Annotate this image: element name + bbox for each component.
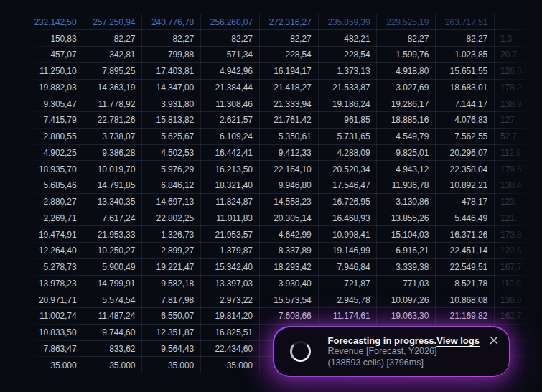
table-cell[interactable]: 3.027,69 xyxy=(377,80,436,96)
table-cell[interactable]: 19.146,99 xyxy=(319,243,378,259)
table-cell[interactable]: 228,54 xyxy=(319,47,378,63)
table-cell[interactable]: 130.4 xyxy=(495,177,542,194)
table-cell[interactable]: 17.546,47 xyxy=(319,177,378,194)
table-cell[interactable]: 22.781,26 xyxy=(83,112,142,129)
table-cell[interactable]: 232.142,50 xyxy=(25,14,84,31)
table-cell[interactable]: 19.882,03 xyxy=(25,80,84,96)
table-cell[interactable]: 21.761,42 xyxy=(260,112,319,129)
table-cell[interactable]: 5.278,73 xyxy=(25,259,84,276)
table-cell[interactable]: 15.573,54 xyxy=(260,291,319,308)
table-cell[interactable]: 19.286,17 xyxy=(377,95,436,112)
table-cell[interactable]: 19.814,20 xyxy=(201,308,260,325)
table-cell[interactable]: 272.316,27 xyxy=(260,14,319,31)
table-cell[interactable]: 13.340,35 xyxy=(83,194,142,210)
table-cell[interactable]: 16.726,95 xyxy=(319,194,378,210)
table-cell[interactable]: 13.855,26 xyxy=(377,210,436,227)
table-cell[interactable]: 7.144,17 xyxy=(436,95,495,112)
table-cell[interactable]: 7.608,66 xyxy=(260,308,319,325)
table-cell[interactable]: 1.326,73 xyxy=(142,226,201,243)
table-cell[interactable]: 1.373,13 xyxy=(319,63,378,80)
table-cell[interactable]: 20.296,07 xyxy=(436,145,495,162)
table-cell[interactable]: 5.685,46 xyxy=(25,177,84,194)
table-cell[interactable] xyxy=(495,14,542,31)
table-cell[interactable]: 6.550,07 xyxy=(142,308,201,325)
table-cell[interactable]: 19.474,91 xyxy=(25,226,84,243)
table-cell[interactable]: 6.916,21 xyxy=(377,243,436,259)
table-cell[interactable]: 11.778,92 xyxy=(83,95,142,112)
table-cell[interactable]: 21.418,27 xyxy=(260,80,319,96)
table-cell[interactable]: 7.415,79 xyxy=(25,112,84,129)
table-cell[interactable]: 122.6 xyxy=(495,243,542,259)
table-cell[interactable]: 178.2 xyxy=(495,80,542,96)
table-cell[interactable]: 9.386,28 xyxy=(83,145,142,162)
table-cell[interactable]: 11.936,78 xyxy=(377,177,436,194)
table-cell[interactable]: 2.945,78 xyxy=(319,291,378,308)
table-cell[interactable]: 2.269,71 xyxy=(25,210,84,227)
table-cell[interactable]: 9.946,80 xyxy=(260,177,319,194)
table-cell[interactable]: 35.000 xyxy=(83,357,142,373)
table-cell[interactable]: 179.5 xyxy=(495,161,542,177)
table-cell[interactable]: 167.7 xyxy=(495,259,542,276)
table-cell[interactable]: 82,27 xyxy=(260,30,319,47)
table-cell[interactable]: 136.6 xyxy=(495,291,542,308)
table-cell[interactable]: 263.717,51 xyxy=(436,14,495,31)
table-cell[interactable]: 4.943,12 xyxy=(377,161,436,177)
table-cell[interactable]: 7.617,24 xyxy=(83,210,142,227)
table-cell[interactable]: 12.351,87 xyxy=(142,325,201,341)
table-cell[interactable]: 478,17 xyxy=(436,194,495,210)
table-cell[interactable]: 22.358,04 xyxy=(436,161,495,177)
table-cell[interactable]: 9.305,47 xyxy=(25,95,84,112)
table-cell[interactable]: 4.502,53 xyxy=(142,145,201,162)
table-cell[interactable]: 12.264,40 xyxy=(25,243,84,259)
table-cell[interactable]: 961,85 xyxy=(319,112,378,129)
table-cell[interactable]: 2.899,27 xyxy=(142,243,201,259)
table-cell[interactable]: 4.076,83 xyxy=(436,112,495,129)
table-cell[interactable]: 82,27 xyxy=(377,30,436,47)
table-cell[interactable]: 2.973,22 xyxy=(201,291,260,308)
table-cell[interactable]: 15.342,40 xyxy=(201,259,260,276)
table-cell[interactable]: 15.651,55 xyxy=(436,63,495,80)
table-cell[interactable]: 11.487,24 xyxy=(83,308,142,325)
table-cell[interactable]: 18.683,01 xyxy=(436,80,495,96)
table-cell[interactable]: 35.000 xyxy=(201,357,260,373)
table-cell[interactable]: 4.918,80 xyxy=(377,63,436,80)
table-cell[interactable]: 799,88 xyxy=(142,47,201,63)
table-cell[interactable]: 14.363,19 xyxy=(83,80,142,96)
table-cell[interactable]: 16.442,41 xyxy=(201,145,260,162)
table-cell[interactable]: 2.621,57 xyxy=(201,112,260,129)
table-cell[interactable]: 4.902,25 xyxy=(25,145,84,162)
table-cell[interactable]: 20.7 xyxy=(495,47,542,63)
table-cell[interactable]: 9.412,33 xyxy=(260,145,319,162)
table-cell[interactable]: 19.063,30 xyxy=(377,308,436,325)
table-cell[interactable]: 21.533,87 xyxy=(319,80,378,96)
table-cell[interactable]: 10.868,08 xyxy=(436,291,495,308)
table-cell[interactable]: 2.880,55 xyxy=(25,129,84,145)
table-cell[interactable]: 150,83 xyxy=(25,30,84,47)
table-cell[interactable]: 1.3 xyxy=(495,30,542,47)
table-cell[interactable]: 256.260,07 xyxy=(201,14,260,31)
table-cell[interactable]: 18.885,16 xyxy=(377,112,436,129)
table-cell[interactable]: 15.813,82 xyxy=(142,112,201,129)
table-cell[interactable]: 11.250,10 xyxy=(25,63,84,80)
table-cell[interactable]: 10.833,50 xyxy=(25,325,84,341)
table-cell[interactable]: 35.000 xyxy=(25,357,84,373)
table-cell[interactable]: 35.000 xyxy=(142,357,201,373)
table-cell[interactable]: 13.978,23 xyxy=(25,276,84,292)
table-cell[interactable]: 4.942,96 xyxy=(201,63,260,80)
table-cell[interactable]: 9.564,43 xyxy=(142,341,201,358)
table-cell[interactable]: 7.863,47 xyxy=(25,341,84,358)
table-cell[interactable]: 20.305,14 xyxy=(260,210,319,227)
table-cell[interactable]: 4.642,99 xyxy=(260,226,319,243)
table-cell[interactable]: 21.384,44 xyxy=(201,80,260,96)
table-cell[interactable]: 1.379,87 xyxy=(201,243,260,259)
table-cell[interactable]: 5.446,49 xyxy=(436,210,495,227)
table-cell[interactable]: 571,34 xyxy=(201,47,260,63)
table-cell[interactable]: 16.213,50 xyxy=(201,161,260,177)
table-cell[interactable]: 10.998,41 xyxy=(319,226,378,243)
table-cell[interactable]: 121. xyxy=(495,210,542,227)
toast-close-button[interactable] xyxy=(489,335,499,346)
table-cell[interactable]: 123. xyxy=(495,194,542,210)
table-cell[interactable]: 9.582,18 xyxy=(142,276,201,292)
table-cell[interactable]: 16.825,51 xyxy=(201,325,260,341)
table-cell[interactable]: 10.019,70 xyxy=(83,161,142,177)
